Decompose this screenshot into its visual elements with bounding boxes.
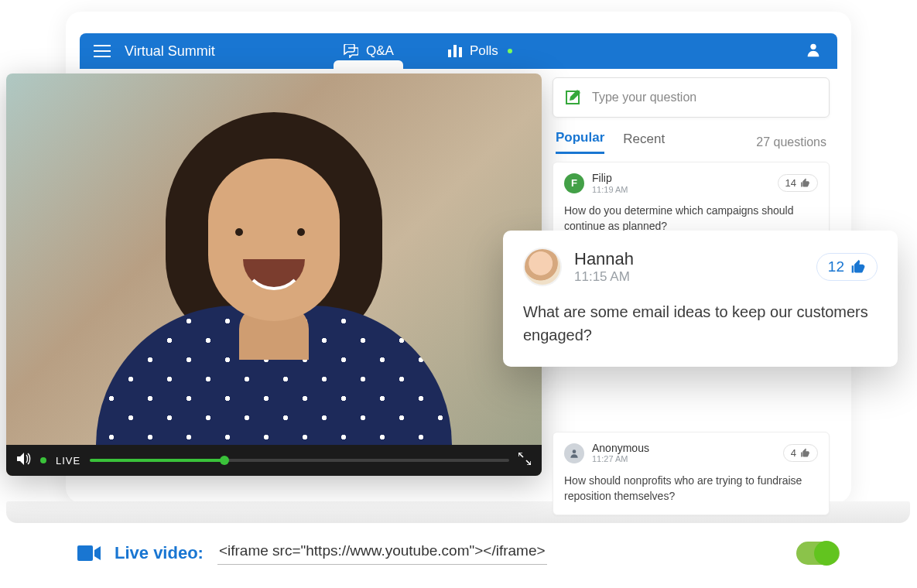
thumbs-up-icon xyxy=(850,259,866,275)
svg-point-3 xyxy=(810,44,816,50)
live-video-toggle[interactable] xyxy=(796,542,840,565)
thumbs-up-icon xyxy=(800,448,810,458)
svg-rect-2 xyxy=(459,47,462,57)
iframe-code-input[interactable]: <iframe src="https://www.youtube.com"></… xyxy=(217,542,547,565)
timestamp: 11:15 AM xyxy=(574,269,634,285)
author-name: Hannah xyxy=(574,249,634,269)
tab-qa[interactable]: Q&A xyxy=(343,43,394,59)
avatar: F xyxy=(564,173,584,193)
svg-rect-5 xyxy=(77,545,93,561)
live-indicator-dot xyxy=(40,457,46,463)
avatar xyxy=(564,443,584,463)
question-card-highlighted[interactable]: Hannah 11:15 AM 12 What are some email i… xyxy=(503,231,898,367)
question-text: What are some email ideas to keep our cu… xyxy=(523,300,878,347)
question-count: 27 questions xyxy=(756,135,826,149)
chat-icon xyxy=(343,44,358,58)
like-count: 12 xyxy=(828,258,844,275)
like-count: 4 xyxy=(791,447,796,459)
tab-recent[interactable]: Recent xyxy=(623,132,665,153)
timestamp: 11:19 AM xyxy=(592,185,628,195)
question-input[interactable] xyxy=(592,91,818,104)
live-video-label: Live video: xyxy=(115,543,204,563)
bar-chart-icon xyxy=(448,45,462,57)
like-button[interactable]: 12 xyxy=(816,253,878,281)
question-text: How do you determine which campaigns sho… xyxy=(564,203,818,234)
video-player[interactable]: LIVE xyxy=(6,74,542,476)
live-video-config: Live video: <iframe src="https://www.you… xyxy=(77,542,840,565)
like-count: 14 xyxy=(785,177,796,189)
hamburger-menu-icon[interactable] xyxy=(94,45,111,57)
thumbs-up-icon xyxy=(800,178,810,188)
volume-icon[interactable] xyxy=(17,453,31,468)
tab-polls[interactable]: Polls xyxy=(448,43,512,59)
app-header: Virtual Summit Q&A Polls xyxy=(80,33,837,69)
svg-rect-1 xyxy=(453,45,457,57)
tab-polls-label: Polls xyxy=(470,43,498,59)
live-label: LIVE xyxy=(56,455,80,467)
timestamp: 11:27 AM xyxy=(592,454,649,464)
svg-rect-0 xyxy=(448,50,451,57)
question-text: How should nonprofits who are trying to … xyxy=(564,473,818,504)
header-tabs: Q&A Polls xyxy=(343,43,512,59)
compose-icon xyxy=(564,89,581,106)
user-profile-icon[interactable] xyxy=(805,41,822,61)
qa-sort-tabs: Popular Recent 27 questions xyxy=(553,130,830,154)
presenter-image xyxy=(73,104,475,476)
tab-popular[interactable]: Popular xyxy=(556,130,604,154)
svg-point-4 xyxy=(573,450,577,453)
question-card[interactable]: Anonymous 11:27 AM 4 How should nonprofi… xyxy=(553,432,830,516)
fullscreen-icon[interactable] xyxy=(518,453,531,468)
video-progress-bar[interactable] xyxy=(90,459,509,462)
video-camera-icon xyxy=(77,545,101,561)
avatar xyxy=(523,248,562,286)
polls-new-indicator xyxy=(508,49,512,53)
like-button[interactable]: 4 xyxy=(783,444,818,462)
author-name: Filip xyxy=(592,172,628,185)
app-title: Virtual Summit xyxy=(125,43,215,60)
tab-qa-label: Q&A xyxy=(366,43,394,59)
video-controls: LIVE xyxy=(6,445,542,476)
author-name: Anonymous xyxy=(592,442,649,455)
like-button[interactable]: 14 xyxy=(778,174,818,192)
question-input-container[interactable] xyxy=(553,77,830,118)
